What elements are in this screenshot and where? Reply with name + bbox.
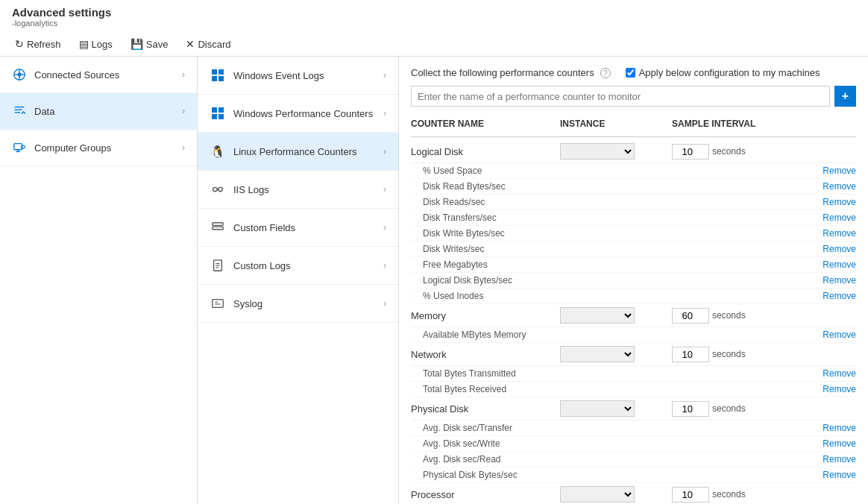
counter-instance-select-wrap <box>560 346 672 362</box>
logs-icon: ▤ <box>79 38 89 50</box>
custom-logs-icon <box>210 257 226 274</box>
col-counter-name: COUNTER NAME <box>411 116 560 132</box>
counter-sub-row: Avg. Disk sec/Write Remove <box>411 436 856 452</box>
svg-rect-22 <box>213 300 223 308</box>
refresh-button[interactable]: ↻ Refresh <box>12 37 64 51</box>
svg-point-1 <box>17 72 21 76</box>
sidebar-item-connected-sources[interactable]: Connected Sources › <box>0 57 197 93</box>
middle-label-linux-perf: Linux Performance Counters <box>233 146 356 157</box>
counter-group-row: Processor seconds <box>411 483 856 504</box>
iis-logs-icon <box>210 181 226 198</box>
remove-button[interactable]: Remove <box>796 181 856 192</box>
remove-button[interactable]: Remove <box>796 228 856 239</box>
computer-groups-icon <box>12 140 27 155</box>
middle-label-syslog: Syslog <box>233 298 262 309</box>
col-sample-interval: SAMPLE INTERVAL <box>672 116 806 132</box>
counter-interval-wrap: seconds <box>672 144 806 160</box>
middle-item-windows-perf[interactable]: Windows Performance Counters › <box>198 95 398 133</box>
counter-interval-input[interactable] <box>672 401 709 417</box>
remove-button[interactable]: Remove <box>796 275 856 286</box>
middle-item-custom-logs[interactable]: Custom Logs › <box>198 247 398 285</box>
remove-button[interactable]: Remove <box>796 259 856 270</box>
chevron-right-icon: › <box>182 69 185 80</box>
seconds-label: seconds <box>712 489 746 500</box>
counter-sub-row: Disk Read Bytes/sec Remove <box>411 179 856 195</box>
syslog-icon <box>210 295 226 312</box>
save-button[interactable]: 💾 Save <box>128 37 172 51</box>
remove-button[interactable]: Remove <box>796 291 856 301</box>
counter-instance-select[interactable] <box>560 400 635 417</box>
counter-sub-row: Available MBytes Memory Remove <box>411 327 856 343</box>
remove-button[interactable]: Remove <box>796 423 856 433</box>
remove-button[interactable]: Remove <box>796 330 856 340</box>
middle-label-windows-perf: Windows Performance Counters <box>233 108 373 119</box>
counter-interval-wrap: seconds <box>672 401 806 417</box>
sidebar: Connected Sources › Data › Computer Grou… <box>0 57 198 504</box>
content-panel: Collect the following performance counte… <box>399 57 868 504</box>
counter-groups: Logical Disk seconds % Used Space Remove… <box>411 140 856 504</box>
svg-point-13 <box>213 187 217 191</box>
middle-panel: Windows Event Logs › Windows Performance… <box>198 57 399 504</box>
counter-interval-input[interactable] <box>672 487 709 503</box>
middle-item-iis-logs[interactable]: IIS Logs › <box>198 171 398 209</box>
counter-sub-row: Free Megabytes Remove <box>411 257 856 273</box>
remove-button[interactable]: Remove <box>796 197 856 207</box>
chevron-right-icon-cl: › <box>383 260 386 271</box>
discard-button[interactable]: ✕ Discard <box>183 37 233 51</box>
counter-sub-name: Free Megabytes <box>423 259 572 270</box>
counter-instance-select[interactable] <box>560 486 635 503</box>
sidebar-label-connected-sources: Connected Sources <box>34 69 119 81</box>
counter-group-row: Logical Disk seconds <box>411 140 856 163</box>
counter-interval-wrap: seconds <box>672 347 806 362</box>
counter-instance-select[interactable] <box>560 346 635 362</box>
remove-button[interactable]: Remove <box>796 244 856 254</box>
counter-sub-row: Avg. Disk sec/Transfer Remove <box>411 420 856 436</box>
sidebar-item-computer-groups[interactable]: Computer Groups › <box>0 130 197 166</box>
middle-item-custom-fields[interactable]: Custom Fields › <box>198 209 398 247</box>
counter-group-name: Memory <box>411 310 560 321</box>
counter-sub-name: Available MBytes Memory <box>423 330 572 340</box>
counter-instance-select-wrap <box>560 143 672 160</box>
remove-button[interactable]: Remove <box>796 368 856 379</box>
svg-rect-16 <box>213 223 223 226</box>
help-icon[interactable]: ? <box>600 68 611 78</box>
counter-sub-name: Total Bytes Received <box>423 384 572 394</box>
counter-group-name: Network <box>411 349 560 360</box>
middle-item-linux-perf[interactable]: 🐧 Linux Performance Counters › <box>198 133 398 171</box>
remove-button[interactable]: Remove <box>796 384 856 394</box>
remove-button[interactable]: Remove <box>796 166 856 176</box>
counter-instance-select-wrap <box>560 400 672 417</box>
add-counter-row: + <box>411 86 856 107</box>
remove-button[interactable]: Remove <box>796 212 856 223</box>
counter-interval-input[interactable] <box>672 144 709 160</box>
counter-instance-select[interactable] <box>560 307 635 324</box>
middle-item-windows-event-logs[interactable]: Windows Event Logs › <box>198 57 398 95</box>
counter-group-row: Memory seconds <box>411 304 856 327</box>
counter-sub-name: Total Bytes Transmitted <box>423 368 572 379</box>
counter-sub-name: Physical Disk Bytes/sec <box>423 470 572 480</box>
table-header: COUNTER NAME INSTANCE SAMPLE INTERVAL <box>411 116 856 137</box>
apply-config-checkbox[interactable] <box>626 68 635 78</box>
counter-interval-input[interactable] <box>672 347 709 362</box>
svg-point-14 <box>218 187 222 191</box>
remove-button[interactable]: Remove <box>796 454 856 464</box>
counter-sub-row: % Used Space Remove <box>411 163 856 179</box>
refresh-icon: ↻ <box>15 38 24 50</box>
remove-button[interactable]: Remove <box>796 438 856 449</box>
counter-instance-select-wrap <box>560 307 672 324</box>
add-counter-button[interactable]: + <box>834 86 856 107</box>
counter-instance-select[interactable] <box>560 143 635 160</box>
counter-sub-name: Logical Disk Bytes/sec <box>423 275 572 286</box>
sidebar-item-data[interactable]: Data › <box>0 93 197 130</box>
middle-label-windows-event-logs: Windows Event Logs <box>233 70 324 81</box>
remove-button[interactable]: Remove <box>796 470 856 480</box>
chevron-right-icon-iis: › <box>383 184 386 195</box>
counter-interval-input[interactable] <box>672 308 709 324</box>
counter-sub-row: Disk Reads/sec Remove <box>411 195 856 210</box>
counter-name-input[interactable] <box>411 86 830 107</box>
chevron-right-icon-data: › <box>182 106 185 116</box>
counter-sub-row: Logical Disk Bytes/sec Remove <box>411 273 856 289</box>
middle-item-syslog[interactable]: Syslog › <box>198 285 398 323</box>
logs-button[interactable]: ▤ Logs <box>76 37 116 51</box>
linux-perf-icon: 🐧 <box>210 143 226 160</box>
